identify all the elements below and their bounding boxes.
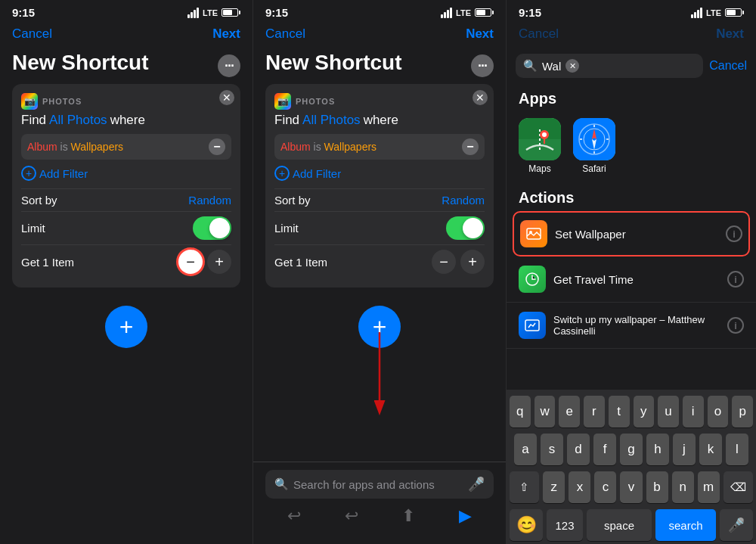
key-mic[interactable]: 🎤 <box>720 509 753 541</box>
action-item-travel[interactable]: Get Travel Time i <box>507 256 756 303</box>
key-q[interactable]: q <box>510 396 531 427</box>
app-item-safari[interactable]: Safari <box>573 118 615 174</box>
key-e[interactable]: e <box>559 396 580 427</box>
stepper-minus-1[interactable]: − <box>178 250 203 274</box>
key-x[interactable]: x <box>569 471 590 503</box>
action-item-switch[interactable]: Switch up my wallpaper – Matthew Cassine… <box>507 303 756 349</box>
next-button-3[interactable]: Next <box>716 26 744 42</box>
limit-toggle-2[interactable] <box>446 216 485 240</box>
key-s[interactable]: s <box>541 434 563 465</box>
actions-list: Set Wallpaper i Get Travel Time i Swit <box>507 211 756 390</box>
toggle-knob-1 <box>209 218 230 238</box>
add-filter-row-2[interactable]: + Add Filter <box>274 166 485 181</box>
sort-value-2[interactable]: Random <box>442 194 485 207</box>
key-c[interactable]: c <box>594 471 616 503</box>
switch-action-icon <box>519 312 546 339</box>
mic-icon-2[interactable]: 🎤 <box>468 476 485 493</box>
search-clear-button[interactable]: ✕ <box>565 59 579 73</box>
action-item-wallpaper[interactable]: Set Wallpaper i <box>513 211 750 256</box>
limit-toggle-1[interactable] <box>193 216 231 240</box>
wallpaper-action-name: Set Wallpaper <box>555 228 718 241</box>
card-close-1[interactable]: ✕ <box>219 90 234 105</box>
search-glass-icon: 🔍 <box>523 59 538 73</box>
card-close-2[interactable]: ✕ <box>472 90 488 105</box>
key-delete[interactable]: ⌫ <box>723 471 753 503</box>
wallpaper-action-icon <box>520 220 547 247</box>
filter-album-2: Album <box>280 141 311 153</box>
key-y[interactable]: y <box>634 396 655 427</box>
key-f[interactable]: f <box>593 434 616 465</box>
battery-icon-3 <box>725 8 744 17</box>
add-filter-row-1[interactable]: + Add Filter <box>21 166 231 181</box>
key-n[interactable]: n <box>672 471 694 503</box>
safari-app-icon <box>573 118 615 160</box>
key-g[interactable]: g <box>620 434 643 465</box>
share-icon-2[interactable]: ⬆ <box>401 506 415 526</box>
key-m[interactable]: m <box>698 471 720 503</box>
key-h[interactable]: h <box>646 434 669 465</box>
key-l[interactable]: l <box>726 434 748 465</box>
filter-is-2: is <box>314 141 324 153</box>
keyboard-row-2: a s d f g h j k l <box>510 434 753 465</box>
search-cancel-button[interactable]: Cancel <box>709 59 747 73</box>
phone-panel-2: 9:15 LTE Cancel Next New Shortcut ··· ✕ … <box>253 0 507 544</box>
app-item-maps[interactable]: Maps <box>519 118 561 174</box>
add-fab-2[interactable]: + <box>358 306 401 348</box>
menu-button-1[interactable]: ··· <box>218 54 240 77</box>
switch-info-button[interactable]: i <box>727 317 744 334</box>
key-o[interactable]: o <box>708 396 729 427</box>
photos-header-2: 📷 PHOTOS <box>274 93 485 110</box>
page-title-2: New Shortcut <box>253 48 414 84</box>
key-shift[interactable]: ⇧ <box>510 471 539 503</box>
undo-icon-2[interactable]: ↩ <box>345 506 358 526</box>
travel-info-button[interactable]: i <box>727 271 744 288</box>
key-p[interactable]: p <box>732 396 753 427</box>
photos-app-icon-1: 📷 <box>21 93 38 110</box>
stepper-plus-1[interactable]: + <box>207 250 231 274</box>
limit-label-2: Limit <box>274 222 299 235</box>
all-photos-2[interactable]: All Photos <box>302 113 361 128</box>
key-j[interactable]: j <box>673 434 696 465</box>
title-row-2: New Shortcut ··· <box>253 48 506 84</box>
search-field[interactable]: 🔍 Wal ✕ <box>516 54 703 78</box>
key-t[interactable]: t <box>609 396 630 427</box>
filter-minus-2[interactable]: − <box>462 138 479 155</box>
rewind-icon-2[interactable]: ↩ <box>287 506 301 526</box>
key-z[interactable]: z <box>543 471 565 503</box>
key-emoji[interactable]: 😊 <box>510 509 543 541</box>
status-icons-3: LTE <box>691 8 744 18</box>
key-v[interactable]: v <box>620 471 642 503</box>
title-row-1: New Shortcut ··· <box>0 48 253 84</box>
stepper-plus-2[interactable]: + <box>460 250 485 274</box>
cancel-button-1[interactable]: Cancel <box>12 26 52 42</box>
sort-value-1[interactable]: Random <box>188 194 231 207</box>
menu-button-2[interactable]: ··· <box>471 54 494 77</box>
cancel-button-3[interactable]: Cancel <box>519 26 559 42</box>
battery-icon-1 <box>222 8 240 17</box>
next-button-1[interactable]: Next <box>212 26 240 42</box>
key-w[interactable]: w <box>534 396 556 427</box>
signal-icon-2 <box>441 8 452 18</box>
stepper-minus-2[interactable]: − <box>432 250 456 274</box>
action-card-1: ✕ 📷 PHOTOS Find All Photos where Album i… <box>12 84 240 288</box>
cancel-button-2[interactable]: Cancel <box>265 26 305 42</box>
filter-minus-1[interactable]: − <box>209 138 225 155</box>
key-i[interactable]: i <box>683 396 704 427</box>
add-fab-1[interactable]: + <box>105 306 147 348</box>
key-space[interactable]: space <box>587 509 652 541</box>
lte-label-3: LTE <box>706 8 721 17</box>
key-b[interactable]: b <box>646 471 668 503</box>
all-photos-1[interactable]: All Photos <box>49 113 107 128</box>
key-a[interactable]: a <box>514 434 537 465</box>
key-d[interactable]: d <box>567 434 590 465</box>
key-123[interactable]: 123 <box>547 509 583 541</box>
play-icon-2[interactable]: ▶ <box>459 506 472 526</box>
maps-icon-svg <box>519 118 561 160</box>
wallpaper-info-button[interactable]: i <box>726 225 742 242</box>
search-input-row-2[interactable]: 🔍 Search for apps and actions 🎤 <box>265 470 494 499</box>
key-r[interactable]: r <box>584 396 605 427</box>
key-search[interactable]: search <box>655 509 716 541</box>
key-u[interactable]: u <box>658 396 679 427</box>
next-button-2[interactable]: Next <box>466 26 494 42</box>
key-k[interactable]: k <box>699 434 722 465</box>
